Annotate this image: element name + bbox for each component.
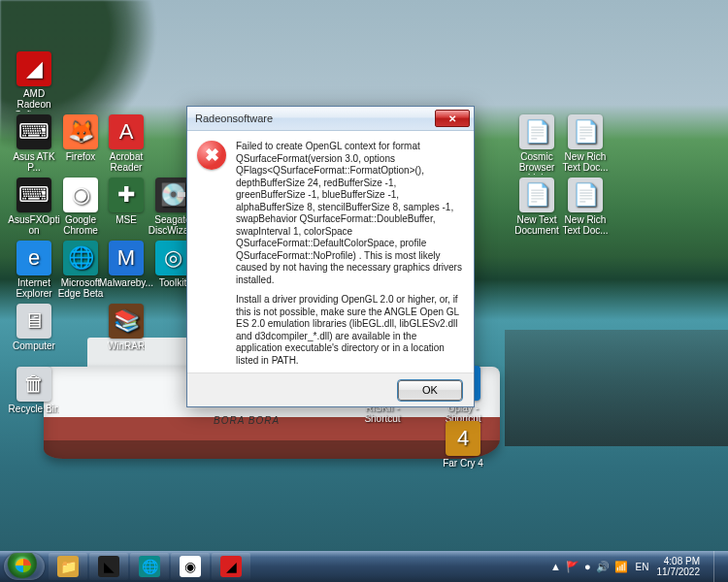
desktop-icon[interactable]: 🖥Computer: [7, 304, 61, 351]
tray-icons: ▲🚩●🔊📶: [550, 561, 628, 573]
taskbar-item[interactable]: 🌐: [130, 553, 169, 580]
close-icon: ✕: [448, 113, 456, 124]
desktop-icon[interactable]: 4Far Cry 4: [436, 421, 490, 469]
dialog-paragraph-1: Failed to create OpenGL context for form…: [236, 141, 464, 286]
icon-label: MSE: [116, 214, 137, 225]
app-icon: 🖥: [17, 304, 51, 339]
tray-icon[interactable]: ▲: [550, 561, 561, 573]
language-indicator[interactable]: EN: [636, 562, 649, 572]
app-icon: M: [109, 241, 144, 275]
icon-label: New Rich Text Doc...: [558, 151, 612, 173]
icon-label: Recycle Bin: [9, 404, 60, 414]
app-icon: 📄: [519, 114, 554, 149]
icon-label: WinRAR: [108, 340, 145, 351]
icon-label: New Text Document: [510, 214, 564, 236]
taskbar: 📁◣🌐◉◢ ▲🚩●🔊📶 EN 4:08 PM 11/7/2022: [0, 551, 728, 582]
desktop-icon[interactable]: 📄New Text Document: [510, 178, 564, 236]
dialog-title: Radeonsoftware: [195, 113, 273, 124]
show-desktop-button[interactable]: [713, 551, 724, 582]
tray-icon[interactable]: ●: [584, 561, 591, 573]
icon-label: Cosmic Browser Link: [510, 151, 564, 175]
taskbar-item[interactable]: ◢: [212, 553, 250, 580]
dialog-paragraph-2: Install a driver providing OpenGL 2.0 or…: [236, 294, 464, 367]
taskbar-icon: 📁: [57, 556, 79, 577]
taskbar-pinned-items: 📁◣🌐◉◢: [49, 553, 250, 580]
app-icon: ⌨: [17, 114, 51, 149]
app-icon: 💽: [155, 178, 190, 212]
icon-label: Computer: [13, 340, 55, 351]
app-icon: 📚: [109, 304, 144, 339]
clock-date: 11/7/2022: [657, 566, 701, 577]
icon-label: AMD Radeon Software: [7, 88, 61, 112]
app-icon: e: [17, 241, 51, 275]
app-icon: 📄: [519, 178, 554, 212]
error-icon: ✖: [197, 141, 226, 170]
desktop-icon[interactable]: 📄New Rich Text Doc...: [558, 114, 612, 173]
taskbar-item[interactable]: ◉: [171, 553, 210, 580]
error-dialog: Radeonsoftware ✕ ✖ Failed to create Open…: [186, 106, 475, 407]
app-icon: 4: [446, 421, 480, 456]
app-icon: ✚: [109, 178, 144, 212]
desktop-icon[interactable]: 📄Cosmic Browser Link: [510, 114, 564, 175]
ok-button[interactable]: OK: [398, 380, 462, 401]
close-button[interactable]: ✕: [435, 110, 470, 127]
app-icon: ⌨: [17, 178, 51, 212]
taskbar-icon: ◣: [98, 556, 119, 577]
taskbar-icon: 🌐: [139, 556, 160, 577]
app-icon: ◎: [155, 241, 190, 275]
app-icon: 📄: [568, 178, 603, 212]
start-button[interactable]: [4, 553, 45, 580]
app-icon: ◢: [17, 51, 51, 86]
system-tray: ▲🚩●🔊📶 EN 4:08 PM 11/7/2022: [550, 551, 724, 582]
clock-time: 4:08 PM: [657, 556, 701, 566]
app-icon: 📄: [568, 114, 603, 149]
desktop-icon[interactable]: 📚WinRAR: [99, 304, 153, 351]
desktop-icon[interactable]: AAcrobat Reader: [99, 114, 153, 173]
icon-label: Toolkit: [159, 277, 186, 288]
icon-label: Far Cry 4: [443, 458, 483, 469]
taskbar-item[interactable]: 📁: [49, 553, 87, 580]
app-icon: 🌐: [63, 241, 98, 275]
icon-label: Acrobat Reader: [99, 151, 153, 173]
taskbar-item[interactable]: ◣: [89, 553, 128, 580]
dialog-titlebar[interactable]: Radeonsoftware ✕: [187, 107, 474, 131]
taskbar-icon: ◢: [220, 556, 242, 577]
dialog-button-row: OK: [187, 372, 474, 406]
desktop-icon[interactable]: ◢AMD Radeon Software: [7, 51, 61, 112]
desktop-icon[interactable]: 📄New Rich Text Doc...: [558, 178, 612, 236]
app-icon: ◉: [63, 178, 98, 212]
app-icon: A: [109, 114, 144, 149]
icon-label: Firefox: [66, 151, 96, 162]
taskbar-clock[interactable]: 4:08 PM 11/7/2022: [657, 556, 707, 577]
app-icon: 🗑: [17, 367, 51, 402]
app-icon: 🦊: [63, 114, 98, 149]
taskbar-icon: ◉: [180, 556, 201, 577]
tray-icon[interactable]: 📶: [614, 561, 628, 573]
tray-icon[interactable]: 🔊: [596, 561, 610, 573]
dialog-body: ✖ Failed to create OpenGL context for fo…: [187, 131, 474, 372]
icon-label: New Rich Text Doc...: [558, 214, 612, 236]
tray-icon[interactable]: 🚩: [566, 561, 579, 573]
dialog-text: Failed to create OpenGL context for form…: [236, 141, 464, 367]
desktop-icon[interactable]: 🗑Recycle Bin: [7, 367, 61, 414]
